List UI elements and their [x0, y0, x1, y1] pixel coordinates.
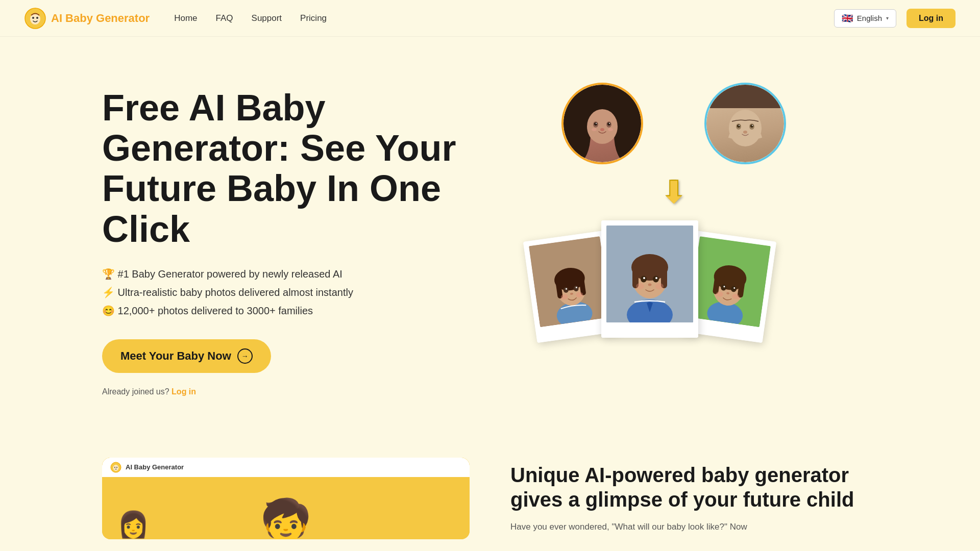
- svg-point-47: [655, 283, 664, 289]
- svg-point-42: [653, 276, 659, 283]
- logo-text: AI Baby Generator: [51, 12, 150, 25]
- mockup-face-small: 👩: [117, 510, 149, 539]
- parent-circles: [561, 83, 786, 164]
- svg-point-12: [592, 128, 597, 131]
- logo-link[interactable]: AI Baby Generator: [24, 8, 150, 29]
- flag-icon: 🇬🇧: [842, 13, 853, 24]
- svg-point-46: [636, 283, 644, 289]
- mockup-face-big: 🧒: [260, 496, 311, 539]
- svg-point-20: [752, 125, 753, 126]
- nav-pricing[interactable]: Pricing: [300, 13, 327, 23]
- svg-point-44: [655, 277, 657, 279]
- svg-point-8: [607, 122, 610, 126]
- login-button[interactable]: Log in: [906, 9, 955, 28]
- svg-point-45: [648, 284, 652, 286]
- svg-point-7: [594, 122, 597, 126]
- arrow-circle-icon: →: [237, 348, 253, 364]
- mom-face: [564, 85, 641, 162]
- svg-point-4: [587, 109, 618, 144]
- app-mockup-container: AI Baby Generator 👩 🧒: [102, 458, 470, 539]
- mockup-brand-label: AI Baby Generator: [126, 463, 184, 471]
- svg-point-19: [739, 125, 740, 126]
- svg-point-63: [114, 467, 115, 468]
- nav-support[interactable]: Support: [252, 13, 282, 23]
- section2: AI Baby Generator 👩 🧒 Unique AI-powered …: [0, 427, 980, 551]
- hero-features: 🏆 #1 Baby Generator powered by newly rel…: [102, 268, 470, 317]
- already-joined-text: Already joined us? Log in: [102, 387, 470, 396]
- nav-home[interactable]: Home: [174, 13, 197, 23]
- arrow-down-icon: ⬇: [661, 174, 687, 210]
- logo-icon: [24, 8, 46, 29]
- baby-face-right: [689, 236, 771, 327]
- section2-content: Unique AI-powered baby generator gives a…: [510, 458, 878, 534]
- hero-content: Free AI Baby Generator: See Your Future …: [102, 78, 470, 396]
- navbar: AI Baby Generator Home FAQ Support Prici…: [0, 0, 980, 37]
- dad-face-features: [706, 85, 784, 162]
- feature-item: 😊 12,000+ photos delivered to 3000+ fami…: [102, 305, 470, 317]
- svg-point-14: [729, 110, 762, 146]
- app-mockup: AI Baby Generator 👩 🧒: [102, 458, 470, 539]
- svg-point-13: [608, 128, 613, 131]
- dad-circle: [704, 83, 786, 164]
- mom-face-features: [564, 85, 641, 162]
- feature-item: ⚡ Ultra-realistic baby photos delivered …: [102, 286, 470, 298]
- svg-point-2: [32, 17, 34, 19]
- baby-face-center: [606, 226, 693, 322]
- mockup-logo-icon: [110, 462, 121, 473]
- hero-illustration: ⬇: [470, 78, 878, 343]
- nav-faq[interactable]: FAQ: [216, 13, 233, 23]
- nav-left: AI Baby Generator Home FAQ Support Prici…: [24, 8, 327, 29]
- nav-right: 🇬🇧 English ▾ Log in: [834, 9, 955, 28]
- login-link[interactable]: Log in: [172, 387, 196, 396]
- language-selector[interactable]: 🇬🇧 English ▾: [834, 9, 896, 28]
- svg-point-9: [596, 123, 597, 124]
- lang-label: English: [857, 14, 882, 22]
- svg-point-18: [750, 124, 753, 128]
- chevron-down-icon: ▾: [886, 15, 889, 21]
- svg-point-62: [113, 465, 119, 471]
- svg-point-11: [600, 128, 604, 131]
- baby-photo-center: [601, 220, 698, 338]
- dad-face: [706, 85, 784, 162]
- hero-section: Free AI Baby Generator: See Your Future …: [0, 37, 980, 427]
- section2-text: Have you ever wondered, "What will our b…: [510, 520, 878, 534]
- mom-circle: [561, 83, 643, 164]
- svg-point-43: [643, 277, 645, 279]
- feature-item: 🏆 #1 Baby Generator powered by newly rel…: [102, 268, 470, 280]
- mockup-header: AI Baby Generator: [102, 458, 470, 477]
- svg-point-3: [36, 17, 38, 19]
- section2-title: Unique AI-powered baby generator gives a…: [510, 463, 878, 512]
- svg-point-17: [737, 124, 740, 128]
- svg-point-21: [743, 131, 747, 134]
- svg-point-10: [609, 123, 610, 124]
- cta-label: Meet Your Baby Now: [120, 349, 231, 363]
- hero-title: Free AI Baby Generator: See Your Future …: [102, 88, 470, 249]
- baby-photos: [530, 220, 770, 338]
- nav-links: Home FAQ Support Pricing: [174, 13, 327, 23]
- svg-point-64: [116, 467, 117, 468]
- baby-face-left: [529, 236, 611, 327]
- cta-button[interactable]: Meet Your Baby Now →: [102, 339, 271, 373]
- svg-point-41: [641, 276, 647, 283]
